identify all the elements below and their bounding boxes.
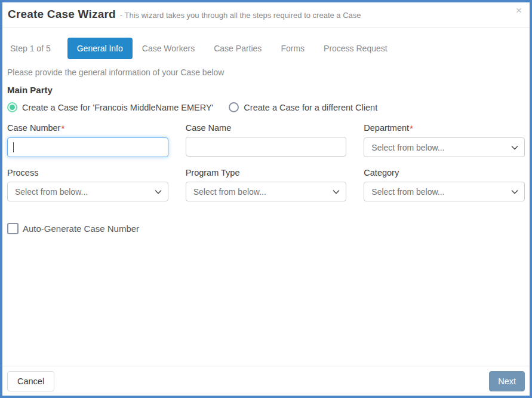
case-number-label: Case Number* [7,123,168,133]
modal-title: Create Case Wizard [8,8,116,21]
tab-general-info[interactable]: General Info [67,38,133,59]
process-select[interactable]: Select from below... [7,182,168,201]
wizard-tabs: Step 1 of 5 General Info Case Workers Ca… [5,38,527,59]
auto-generate-checkbox[interactable] [7,223,19,234]
modal-body: Step 1 of 5 General Info Case Workers Ca… [2,27,530,366]
close-icon[interactable]: × [516,5,522,16]
main-party-label: Main Party [5,85,527,95]
chevron-down-icon [333,189,340,194]
case-name-group: Case Name [186,123,347,157]
category-select-value: Select from below... [371,187,511,197]
chevron-down-icon [511,189,518,194]
required-asterisk: * [410,123,413,133]
radio-label-existing-client: Create a Case for 'Francois MiddleName E… [22,103,213,112]
case-number-group: Case Number* [7,123,168,157]
next-button[interactable]: Next [489,371,525,391]
tab-process-request[interactable]: Process Request [314,38,397,59]
auto-generate-row: Auto-Generate Case Number [5,223,527,234]
tab-case-parties[interactable]: Case Parties [204,38,271,59]
department-label: Department* [364,123,525,133]
process-group: Process Select from below... [7,168,168,201]
case-name-label: Case Name [186,123,347,133]
main-party-options: Create a Case for 'Francois MiddleName E… [5,102,527,112]
row-spacer [7,157,525,168]
chevron-down-icon [155,189,162,194]
create-case-wizard-modal: Create Case Wizard - This wizard takes y… [0,0,532,398]
intro-text: Please provide the general information o… [5,68,527,77]
radio-label-different-client: Create a Case for a different Client [244,103,377,112]
step-indicator: Step 1 of 5 [10,38,51,59]
case-name-input[interactable] [186,137,347,157]
department-select-value: Select from below... [371,143,511,152]
category-group: Category Select from below... [364,168,525,201]
program-type-group: Program Type Select from below... [186,168,347,201]
tab-case-workers[interactable]: Case Workers [133,38,204,59]
modal-header: Create Case Wizard - This wizard takes y… [2,2,530,27]
form-grid: Case Number* Case Name Department* Selec… [5,123,527,201]
program-type-select-value: Select from below... [193,187,333,197]
program-type-label: Program Type [186,168,347,177]
modal-footer: Cancel Next [2,366,530,396]
chevron-down-icon [511,145,518,150]
process-label: Process [7,168,168,177]
radio-unselected-icon[interactable] [229,102,239,112]
tab-forms[interactable]: Forms [271,38,314,59]
cancel-button[interactable]: Cancel [7,371,54,391]
radio-option-different-client[interactable]: Create a Case for a different Client [229,102,377,112]
process-select-value: Select from below... [15,187,155,197]
radio-selected-icon[interactable] [7,102,17,112]
case-number-input[interactable] [7,137,168,157]
radio-option-existing-client[interactable]: Create a Case for 'Francois MiddleName E… [7,102,213,112]
category-label: Category [364,168,525,177]
program-type-select[interactable]: Select from below... [186,182,347,201]
department-select[interactable]: Select from below... [364,137,525,157]
modal-subtitle: - This wizard takes you through all the … [120,11,361,20]
auto-generate-label: Auto-Generate Case Number [23,224,139,234]
department-group: Department* Select from below... [364,123,525,157]
category-select[interactable]: Select from below... [364,182,525,201]
text-caret [13,142,14,152]
required-asterisk: * [61,123,64,133]
